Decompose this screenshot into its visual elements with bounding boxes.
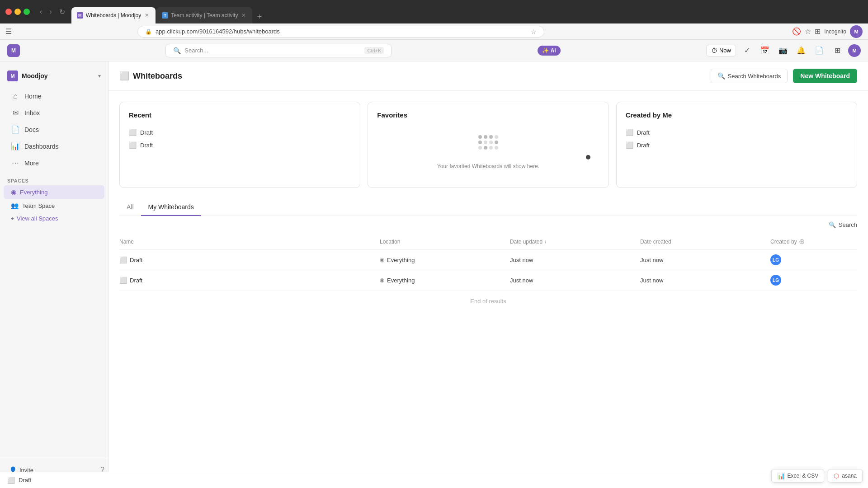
created-item-label-2: Draft bbox=[637, 142, 650, 149]
sidebar-space-team[interactable]: 👥 Team Space bbox=[4, 199, 104, 212]
nav-arrows: ‹ › ↻ bbox=[37, 7, 68, 17]
asana-widget[interactable]: ⬡ asana bbox=[828, 469, 863, 483]
recent-item-label-2: Draft bbox=[140, 142, 153, 149]
toolbar-right: ⏱ Now ✓ 📅 📷 🔔 📄 ⊞ M bbox=[706, 43, 861, 58]
close-btn[interactable] bbox=[5, 9, 12, 15]
home-icon: ⌂ bbox=[11, 92, 20, 100]
col-date-updated[interactable]: Date updated ↓ bbox=[510, 237, 640, 246]
forward-btn[interactable]: › bbox=[47, 7, 54, 17]
user-avatar-toolbar[interactable]: M bbox=[848, 44, 861, 57]
favorites-dot-circle bbox=[586, 155, 590, 160]
list-search-button[interactable]: 🔍 Search bbox=[829, 221, 857, 228]
workspace-selector[interactable]: M Moodjoy ▾ bbox=[0, 67, 108, 85]
page-header: ⬜ Whiteboards 🔍 Search Whiteboards New W… bbox=[108, 61, 868, 91]
star-icon[interactable]: ☆ bbox=[531, 28, 537, 35]
dot-12 bbox=[495, 146, 498, 150]
page-actions: 🔍 Search Whiteboards New Whiteboard bbox=[711, 69, 857, 83]
tab-whiteboards[interactable]: M Whiteboards | Moodjoy ✕ bbox=[71, 7, 156, 23]
row2-date-created: Just now bbox=[640, 277, 770, 284]
tab-my-whiteboards[interactable]: My Whiteboards bbox=[141, 199, 201, 216]
sidebar-space-everything[interactable]: ◉ Everything bbox=[4, 185, 104, 199]
timer-button[interactable]: ⏱ Now bbox=[706, 45, 736, 56]
doc-icon[interactable]: 📄 bbox=[812, 43, 826, 58]
excel-widget[interactable]: 📊 Excel & CSV bbox=[771, 469, 825, 483]
sidebar-item-more[interactable]: ⋯ More bbox=[4, 155, 104, 171]
search-wb-label: Search Whiteboards bbox=[728, 73, 781, 80]
address-bar-row: ☰ 🔒 app.clickup.com/9016164592/hubs/whit… bbox=[0, 23, 868, 40]
ai-button[interactable]: ✨ AI bbox=[538, 46, 561, 56]
created-item-1[interactable]: ⬜ Draft bbox=[626, 126, 848, 139]
plus-icon: + bbox=[11, 216, 14, 222]
address-bar[interactable]: 🔒 app.clickup.com/9016164592/hubs/whiteb… bbox=[137, 26, 544, 38]
sort-icon: ↓ bbox=[544, 239, 547, 244]
page-title-area: ⬜ Whiteboards bbox=[119, 71, 182, 81]
minimize-btn[interactable] bbox=[14, 9, 21, 15]
workspace-icon: M bbox=[7, 70, 18, 81]
team-icon: 👥 bbox=[11, 202, 19, 209]
row2-avatar: LG bbox=[770, 275, 781, 286]
camera-icon[interactable]: 📷 bbox=[776, 43, 790, 58]
tab-close-1[interactable]: ✕ bbox=[144, 11, 150, 19]
back-btn[interactable]: ‹ bbox=[37, 7, 45, 17]
sidebar-label-more: More bbox=[24, 160, 39, 167]
row2-created-by: LG bbox=[770, 275, 857, 286]
row2-wb-icon: ⬜ bbox=[119, 277, 127, 284]
row1-avatar: LG bbox=[770, 254, 781, 265]
tab-close-2[interactable]: ✕ bbox=[241, 11, 247, 19]
tab-all[interactable]: All bbox=[119, 199, 141, 216]
bookmark-icon[interactable]: ☆ bbox=[805, 27, 811, 36]
new-tab-btn[interactable]: + bbox=[253, 10, 265, 23]
row1-location-icon: ◉ bbox=[380, 257, 384, 263]
recent-item-1[interactable]: ⬜ Draft bbox=[129, 126, 351, 139]
sidebar-toggle[interactable]: ☰ bbox=[5, 27, 12, 36]
created-item-2[interactable]: ⬜ Draft bbox=[626, 139, 848, 151]
sidebar-item-home[interactable]: ⌂ Home bbox=[4, 89, 104, 104]
incognito-label: Incognito bbox=[824, 28, 846, 35]
sidebar-item-dashboards[interactable]: 📊 Dashboards bbox=[4, 138, 104, 154]
draft-label: Draft bbox=[19, 477, 31, 483]
recent-item-label-1: Draft bbox=[140, 129, 153, 136]
bell-icon[interactable]: 🔔 bbox=[794, 43, 808, 58]
table-row[interactable]: ⬜ Draft ◉ Everything Just now Just now L… bbox=[119, 270, 857, 291]
sidebar-label-docs: Docs bbox=[24, 126, 39, 133]
list-search-label: Search bbox=[839, 221, 857, 228]
layout-icon[interactable]: ⊞ bbox=[815, 27, 821, 36]
row2-location-icon: ◉ bbox=[380, 277, 384, 283]
recent-card: Recent ⬜ Draft ⬜ Draft bbox=[119, 102, 360, 188]
cards-section: Recent ⬜ Draft ⬜ Draft Favorites bbox=[108, 91, 868, 199]
col-location: Location bbox=[380, 237, 510, 246]
calendar-icon[interactable]: 📅 bbox=[758, 43, 772, 58]
recent-item-2[interactable]: ⬜ Draft bbox=[129, 139, 351, 151]
sidebar-item-docs[interactable]: 📄 Docs bbox=[4, 122, 104, 137]
table-row[interactable]: ⬜ Draft ◉ Everything Just now Just now L… bbox=[119, 250, 857, 270]
dot-1 bbox=[478, 135, 482, 139]
sidebar-item-inbox[interactable]: ✉ Inbox bbox=[4, 105, 104, 121]
favorites-empty-text: Your favorited Whiteboards will show her… bbox=[437, 163, 539, 169]
tab-team-activity[interactable]: T Team activity | Team activity ✕ bbox=[156, 7, 252, 23]
check-icon[interactable]: ✓ bbox=[740, 43, 754, 58]
search-whiteboards-button[interactable]: 🔍 Search Whiteboards bbox=[711, 69, 788, 83]
grid-icon[interactable]: ⊞ bbox=[830, 43, 844, 58]
row1-location-text: Everything bbox=[387, 257, 415, 263]
search-placeholder: Search... bbox=[184, 47, 361, 54]
sidebar-label-dashboards: Dashboards bbox=[24, 143, 59, 150]
col-date-created: Date created bbox=[640, 237, 770, 246]
reload-btn[interactable]: ↻ bbox=[57, 7, 68, 17]
user-avatar-browser[interactable]: M bbox=[850, 25, 863, 38]
maximize-btn[interactable] bbox=[24, 9, 30, 15]
created-item-label-1: Draft bbox=[637, 129, 650, 136]
ai-label: AI bbox=[551, 47, 556, 54]
app-layout: M Moodjoy ▾ ⌂ Home ✉ Inbox 📄 Docs 📊 Dash… bbox=[0, 40, 868, 488]
row2-location: ◉ Everything bbox=[380, 277, 510, 284]
toolbar-search[interactable]: 🔍 Search... Ctrl+K bbox=[165, 44, 392, 57]
view-all-spaces[interactable]: + View all Spaces bbox=[4, 212, 104, 225]
dot-3 bbox=[489, 135, 493, 139]
search-wb-icon: 🔍 bbox=[717, 72, 725, 80]
eye-slash-icon[interactable]: 🚫 bbox=[792, 27, 801, 36]
chevron-down-icon: ▾ bbox=[98, 73, 101, 79]
add-column-btn[interactable]: ⊕ bbox=[799, 237, 805, 246]
list-search-row: 🔍 Search bbox=[119, 216, 857, 234]
row1-name: ⬜ Draft bbox=[119, 256, 380, 263]
asana-icon: ⬡ bbox=[834, 472, 839, 479]
new-whiteboard-button[interactable]: New Whiteboard bbox=[793, 69, 857, 83]
